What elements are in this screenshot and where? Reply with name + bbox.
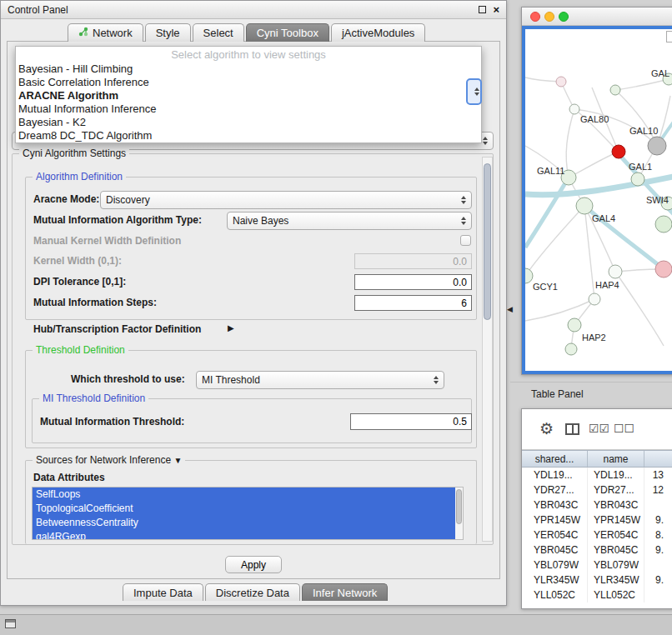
mac-minimize-icon[interactable]: [544, 12, 554, 22]
dropdown-item[interactable]: Basic Correlation Inference: [16, 76, 481, 89]
algorithm-combobox-button[interactable]: [466, 78, 482, 105]
birdseye-toggle[interactable]: [666, 31, 672, 42]
list-item[interactable]: SelfLoops: [33, 488, 455, 502]
float-window-icon[interactable]: [479, 6, 486, 13]
node-label: GAL1: [629, 162, 652, 172]
table-panel-title: Table Panel: [531, 388, 584, 400]
mac-close-icon[interactable]: [530, 12, 540, 22]
screen: Control Panel × Network Style Select Cyn…: [0, 0, 672, 635]
list-item[interactable]: BetweennessCentrality: [33, 516, 455, 530]
hub-section-label[interactable]: Hub/Transcription Factor Definition: [33, 323, 201, 335]
list-item[interactable]: gal4RGexp: [33, 530, 455, 540]
table-panel-divider: [510, 382, 672, 382]
selected-red-node: [612, 145, 625, 158]
manual-kernel-label: Manual Kernel Width Definition: [33, 235, 181, 247]
mi-threshold-field[interactable]: [350, 413, 472, 430]
algorithm-definition-group: Algorithm Definition Aracne Mode: Discov…: [25, 177, 477, 320]
sources-collapse-arrow-icon[interactable]: ▼: [173, 456, 182, 465]
settings-scrollbar[interactable]: [482, 157, 493, 542]
table-row[interactable]: YLR345WYLR345W9.: [522, 572, 672, 588]
clear-all-checkboxes-icon[interactable]: ☐☐: [614, 422, 634, 435]
dropdown-placeholder: Select algorithm to view settings: [16, 48, 481, 62]
column-header: [644, 451, 672, 467]
dropdown-item[interactable]: Bayesian - Hill Climbing: [16, 62, 481, 76]
bottom-tabs: Impute Data Discretize Data Infer Networ…: [123, 583, 389, 601]
table-panel-window: ⚙ ☑☑ ☐☐ shared... name YDL19...YDL19...1…: [521, 408, 672, 609]
sources-title[interactable]: Sources for Network Inference ▼: [33, 454, 185, 466]
aracne-mode-combobox[interactable]: Discovery: [100, 191, 472, 209]
mac-zoom-icon[interactable]: [559, 12, 569, 22]
dpi-tolerance-field[interactable]: [354, 274, 472, 290]
tab-style[interactable]: Style: [145, 23, 191, 42]
list-scrollbar[interactable]: [455, 488, 463, 540]
table-row[interactable]: YDR27...YDR27...12: [522, 482, 672, 498]
network-window-titlebar[interactable]: [522, 8, 672, 26]
mi-threshold-group-title: MI Threshold Definition: [39, 392, 148, 404]
tab-cyni-toolbox[interactable]: Cyni Toolbox: [246, 23, 329, 42]
data-attributes-label: Data Attributes: [33, 472, 105, 483]
tab-discretize-data[interactable]: Discretize Data: [205, 583, 300, 601]
node-label: GAL4: [592, 213, 615, 223]
dropdown-item[interactable]: Mutual Information Inference: [16, 102, 481, 116]
control-panel-titlebar[interactable]: Control Panel ×: [1, 1, 506, 19]
threshold-definition-group: Threshold Definition Which threshold to …: [25, 350, 477, 448]
mi-threshold-label: Mutual Information Threshold:: [40, 416, 184, 428]
network-graph: GAL GAL80 GAL10 GAL11 GAL1 SWI4 GAL4 GCY…: [525, 29, 672, 372]
apply-button[interactable]: Apply: [225, 556, 282, 573]
restore-panel-icon[interactable]: [5, 619, 16, 628]
table-row[interactable]: YBL079WYBL079W: [522, 558, 672, 572]
table-row[interactable]: YPR145WYPR145W9.: [522, 512, 672, 528]
table-header-row[interactable]: shared... name: [522, 450, 672, 468]
node-label: GAL: [651, 68, 669, 78]
settings-scrollbar-thumb[interactable]: [484, 163, 491, 320]
columns-icon[interactable]: [565, 423, 579, 435]
node-label: HAP2: [582, 332, 606, 342]
combo-arrows-icon: [461, 196, 466, 204]
node-label: GAL11: [537, 166, 564, 176]
list-item[interactable]: TopologicalCoefficient: [33, 502, 455, 516]
node-label: HAP4: [595, 280, 619, 290]
data-attributes-list[interactable]: SelfLoops TopologicalCoefficient Between…: [32, 487, 464, 540]
combo-arrows-icon: [483, 137, 488, 145]
kernel-width-field[interactable]: [354, 253, 472, 269]
window-title: Control Panel: [8, 4, 68, 16]
tab-network[interactable]: Network: [68, 23, 143, 42]
column-header: shared...: [522, 451, 588, 467]
which-threshold-combobox[interactable]: MI Threshold: [196, 371, 444, 389]
table-row[interactable]: YER054CYER054C8.: [522, 528, 672, 542]
table-row[interactable]: YDL19...YDL19...13: [522, 468, 672, 482]
dropdown-item[interactable]: Bayesian - K2: [16, 116, 481, 129]
mi-type-combobox[interactable]: Naive Bayes: [227, 212, 472, 230]
table-row[interactable]: YLL052CYLL052C: [522, 588, 672, 602]
algorithm-definition-title: Algorithm Definition: [33, 171, 126, 182]
gear-icon[interactable]: ⚙: [539, 419, 554, 438]
network-canvas[interactable]: GAL GAL80 GAL10 GAL11 GAL1 SWI4 GAL4 GCY…: [522, 26, 672, 374]
node-label: GCY1: [533, 282, 558, 292]
list-scrollbar-thumb[interactable]: [456, 489, 462, 524]
column-header: name: [588, 451, 644, 467]
algorithm-dropdown-popup: Select algorithm to view settings Bayesi…: [15, 46, 482, 143]
which-threshold-label: Which threshold to use:: [71, 373, 185, 385]
tab-impute-data[interactable]: Impute Data: [123, 583, 203, 601]
mi-steps-label: Mutual Information Steps:: [33, 297, 157, 308]
dropdown-item-selected[interactable]: ARACNE Algorithm: [16, 89, 481, 102]
manual-kernel-checkbox[interactable]: [460, 235, 471, 246]
node-label: SWI4: [646, 195, 669, 205]
close-icon[interactable]: ×: [493, 4, 499, 15]
mi-steps-field[interactable]: [354, 295, 472, 311]
tab-infer-network[interactable]: Infer Network: [302, 583, 388, 601]
cyni-algorithm-settings-group: Cyni Algorithm Settings Algorithm Defini…: [12, 153, 494, 545]
dpi-tolerance-label: DPI Tolerance [0,1]:: [33, 276, 126, 288]
select-all-checkboxes-icon[interactable]: ☑☑: [589, 422, 609, 435]
tab-select[interactable]: Select: [193, 23, 244, 42]
hub-expand-arrow-icon[interactable]: ▶: [228, 323, 234, 332]
network-view-window: GAL GAL80 GAL10 GAL11 GAL1 SWI4 GAL4 GCY…: [521, 7, 672, 375]
tab-jactivemodules[interactable]: jActiveModules: [331, 23, 425, 42]
table-row[interactable]: YBR043CYBR043C: [522, 498, 672, 512]
table-row[interactable]: YBR045CYBR045C9.: [522, 542, 672, 558]
mi-threshold-group: MI Threshold Definition Mutual Informati…: [32, 398, 472, 443]
aracne-mode-label: Aracne Mode:: [33, 193, 99, 205]
settings-group-title: Cyni Algorithm Settings: [19, 148, 129, 159]
dropdown-item[interactable]: Dream8 DC_TDC Algorithm: [16, 129, 481, 142]
splitter-collapse-icon[interactable]: ◀: [507, 305, 513, 313]
